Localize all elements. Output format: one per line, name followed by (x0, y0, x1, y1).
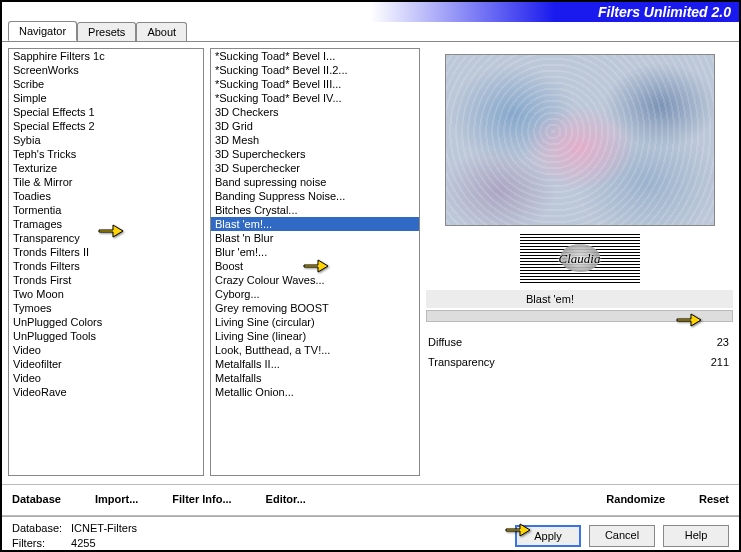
list-item[interactable]: Tronds Filters II (9, 245, 203, 259)
list-item[interactable]: Blur 'em!... (211, 245, 419, 259)
list-item[interactable]: Video (9, 371, 203, 385)
status-bar: Database: ICNET-Filters Filters: 4255 (12, 521, 137, 550)
current-filter-name: Blast 'em! (526, 293, 574, 305)
list-item[interactable]: Cyborg... (211, 287, 419, 301)
parameter-value: 211 (699, 356, 729, 368)
list-item[interactable]: Videofilter (9, 357, 203, 371)
parameter-row: Transparency211 (428, 352, 729, 372)
list-item[interactable]: 3D Superchecker (211, 161, 419, 175)
filter-name-band: Blast 'em! (426, 290, 733, 308)
app-title: Filters Unlimited 2.0 (598, 4, 731, 20)
list-item[interactable]: Living Sine (linear) (211, 329, 419, 343)
list-item[interactable]: Metalfalls (211, 371, 419, 385)
list-item[interactable]: Blast 'em!... (211, 217, 419, 231)
cancel-button[interactable]: Cancel (589, 525, 655, 547)
list-item[interactable]: Tile & Mirror (9, 175, 203, 189)
import-button[interactable]: Import... (95, 493, 138, 505)
list-item[interactable]: Grey removing BOOST (211, 301, 419, 315)
list-item[interactable]: 3D Supercheckers (211, 147, 419, 161)
list-item[interactable]: 3D Checkers (211, 105, 419, 119)
list-item[interactable]: ScreenWorks (9, 63, 203, 77)
title-bar: Filters Unlimited 2.0 (2, 2, 739, 22)
list-item[interactable]: Crazy Colour Waves... (211, 273, 419, 287)
list-item[interactable]: Blast 'n Blur (211, 231, 419, 245)
list-item[interactable]: Look, Butthead, a TV!... (211, 343, 419, 357)
parameter-value: 23 (699, 336, 729, 348)
list-item[interactable]: Metallic Onion... (211, 385, 419, 399)
status-filters-value: 4255 (71, 537, 95, 549)
list-item[interactable]: Band supressing noise (211, 175, 419, 189)
list-item[interactable]: *Sucking Toad* Bevel I... (211, 49, 419, 63)
reset-button[interactable]: Reset (699, 493, 729, 505)
preview-image (445, 54, 715, 226)
list-item[interactable]: UnPlugged Tools (9, 329, 203, 343)
list-item[interactable]: VideoRave (9, 385, 203, 399)
apply-button[interactable]: Apply (515, 525, 581, 547)
list-item[interactable]: Tramages (9, 217, 203, 231)
category-list[interactable]: Sapphire Filters 1cScreenWorksScribeSimp… (8, 48, 204, 476)
tab-presets[interactable]: Presets (77, 22, 136, 41)
list-item[interactable]: Bitches Crystal... (211, 203, 419, 217)
parameter-panel: Diffuse23Transparency211 (426, 328, 733, 372)
list-item[interactable]: Special Effects 2 (9, 119, 203, 133)
parameter-row: Diffuse23 (428, 332, 729, 352)
list-item[interactable]: Toadies (9, 189, 203, 203)
list-item[interactable]: Boost (211, 259, 419, 273)
editor-button[interactable]: Editor... (266, 493, 306, 505)
watermark-text: Claudia (559, 251, 601, 267)
list-item[interactable]: Metalfalls II... (211, 357, 419, 371)
parameter-label: Diffuse (428, 336, 598, 348)
progress-bar (426, 310, 733, 322)
parameter-label: Transparency (428, 356, 598, 368)
list-item[interactable]: Special Effects 1 (9, 105, 203, 119)
list-item[interactable]: *Sucking Toad* Bevel III... (211, 77, 419, 91)
list-item[interactable]: *Sucking Toad* Bevel II.2... (211, 63, 419, 77)
tab-navigator[interactable]: Navigator (8, 21, 77, 41)
list-item[interactable]: Scribe (9, 77, 203, 91)
tab-strip: Navigator Presets About (2, 21, 739, 41)
list-item[interactable]: Sapphire Filters 1c (9, 49, 203, 63)
list-item[interactable]: *Sucking Toad* Bevel IV... (211, 91, 419, 105)
list-item[interactable]: Tymoes (9, 301, 203, 315)
list-item[interactable]: Tormentia (9, 203, 203, 217)
list-item[interactable]: Transparency (9, 231, 203, 245)
list-item[interactable]: Texturize (9, 161, 203, 175)
list-item[interactable]: Video (9, 343, 203, 357)
database-button[interactable]: Database (12, 493, 61, 505)
list-item[interactable]: Two Moon (9, 287, 203, 301)
list-item[interactable]: Sybia (9, 133, 203, 147)
list-item[interactable]: 3D Mesh (211, 133, 419, 147)
list-item[interactable]: 3D Grid (211, 119, 419, 133)
watermark-badge: Claudia (520, 234, 640, 284)
list-item[interactable]: Tronds First (9, 273, 203, 287)
status-filters-label: Filters: (12, 536, 68, 550)
status-database-label: Database: (12, 521, 68, 535)
randomize-button[interactable]: Randomize (606, 493, 665, 505)
filter-list[interactable]: *Sucking Toad* Bevel I...*Sucking Toad* … (210, 48, 420, 476)
tab-about[interactable]: About (136, 22, 187, 41)
list-item[interactable]: Living Sine (circular) (211, 315, 419, 329)
list-item[interactable]: Tronds Filters (9, 259, 203, 273)
status-database-value: ICNET-Filters (71, 522, 137, 534)
list-item[interactable]: Simple (9, 91, 203, 105)
list-item[interactable]: UnPlugged Colors (9, 315, 203, 329)
help-button[interactable]: Help (663, 525, 729, 547)
list-item[interactable]: Banding Suppress Noise... (211, 189, 419, 203)
filter-info-button[interactable]: Filter Info... (172, 493, 231, 505)
list-item[interactable]: Teph's Tricks (9, 147, 203, 161)
